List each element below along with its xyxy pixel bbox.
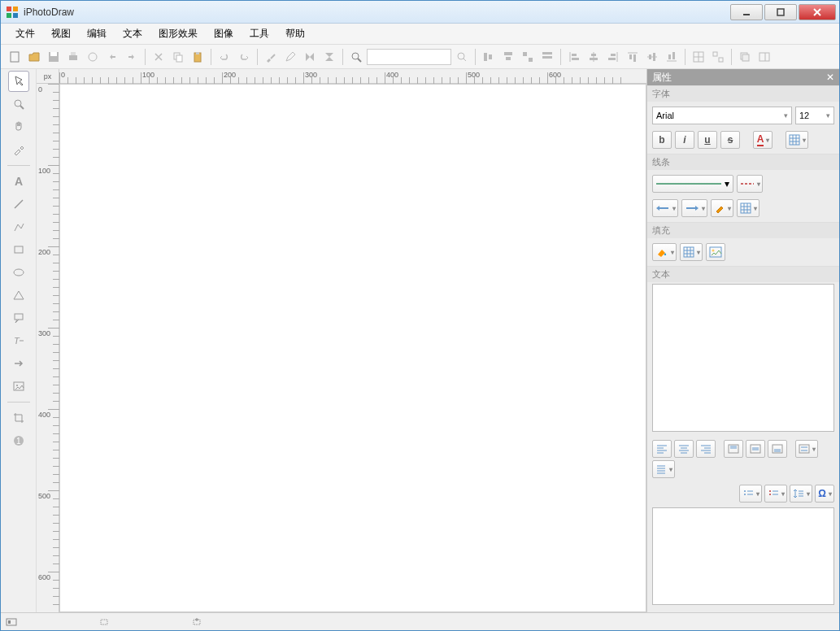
minimize-button[interactable]	[730, 4, 763, 20]
copy-button[interactable]	[169, 48, 187, 66]
triangle-tool[interactable]	[8, 285, 29, 306]
font-color-button[interactable]: A▾	[753, 131, 773, 149]
eyedropper-tool[interactable]	[8, 139, 29, 160]
text-valign-middle-button[interactable]	[746, 440, 765, 458]
cut-button[interactable]	[150, 48, 168, 66]
text-align-left-button[interactable]	[652, 440, 672, 458]
image-tool[interactable]	[8, 376, 29, 397]
align-1-button[interactable]	[480, 48, 498, 66]
list-style2-button[interactable]: ▾	[764, 485, 787, 503]
undo-button[interactable]	[103, 48, 121, 66]
number-tool[interactable]: 1	[8, 430, 29, 451]
font-size-value: 12	[799, 111, 809, 120]
align-3-button[interactable]	[519, 48, 537, 66]
ungroup-button[interactable]	[709, 48, 727, 66]
align-bottom-button[interactable]	[663, 48, 681, 66]
arrow-tool[interactable]	[8, 353, 29, 374]
align-left-button[interactable]	[565, 48, 583, 66]
callout-tool[interactable]	[8, 307, 29, 329]
fill-color-button[interactable]: ▾	[652, 243, 677, 261]
menu-view[interactable]: 视图	[43, 24, 79, 44]
align-4-button[interactable]	[538, 48, 556, 66]
menu-image[interactable]: 图像	[206, 24, 242, 44]
paste-button[interactable]	[189, 48, 207, 66]
align-right-button[interactable]	[604, 48, 622, 66]
flip-h-button[interactable]	[301, 48, 319, 66]
font-bg-button[interactable]: ▾	[786, 131, 808, 149]
svg-rect-10	[50, 52, 57, 56]
svg-rect-17	[196, 52, 199, 54]
maximize-button[interactable]	[764, 4, 797, 20]
menu-help[interactable]: 帮助	[277, 24, 313, 44]
text2-tool[interactable]: T	[8, 330, 29, 351]
menu-tools[interactable]: 工具	[242, 24, 277, 44]
hand-tool[interactable]	[8, 116, 29, 137]
open-button[interactable]	[25, 48, 43, 66]
text-valign-bottom-button[interactable]	[768, 440, 787, 458]
select-tool[interactable]	[8, 71, 29, 92]
text-tool[interactable]: A	[8, 171, 29, 192]
line-color-button[interactable]: ▾	[711, 199, 733, 217]
text-direction-button[interactable]: ▾	[652, 460, 675, 478]
line-spacing-button[interactable]: ▾	[790, 485, 812, 503]
menu-edit[interactable]: 编辑	[79, 24, 115, 44]
svg-rect-54	[742, 54, 749, 61]
properties-close-button[interactable]: ✕	[826, 72, 834, 83]
line-dash-button[interactable]: ▾	[737, 175, 763, 193]
svg-point-20	[458, 53, 464, 59]
flip-v-button[interactable]	[320, 48, 338, 66]
svg-rect-52	[719, 58, 723, 62]
rectangle-tool[interactable]	[8, 239, 29, 260]
close-button[interactable]	[799, 4, 836, 20]
export-button[interactable]	[84, 48, 102, 66]
svg-rect-5	[777, 9, 784, 15]
save-button[interactable]	[45, 48, 63, 66]
menu-file[interactable]: 文件	[7, 24, 43, 44]
align-middle-button[interactable]	[643, 48, 661, 66]
properties-toggle-button[interactable]	[755, 48, 773, 66]
strike-button[interactable]: s	[720, 131, 740, 149]
menu-shape-effect[interactable]: 图形效果	[150, 24, 206, 44]
arrow-end-button[interactable]: ▾	[681, 199, 707, 217]
text-content-box[interactable]	[652, 284, 834, 432]
fill-pattern-button[interactable]: ▾	[680, 243, 703, 261]
align-2-button[interactable]	[499, 48, 517, 66]
pencil-button[interactable]	[281, 48, 299, 66]
text-align-center-button[interactable]	[674, 440, 694, 458]
bold-button[interactable]: b	[652, 131, 672, 149]
line-tool[interactable]	[8, 194, 29, 215]
symbol-button[interactable]: Ω▾	[815, 485, 834, 503]
undo2-button[interactable]	[215, 48, 233, 66]
brush-button[interactable]	[262, 48, 280, 66]
italic-button[interactable]: i	[675, 131, 694, 149]
line-style-button[interactable]: ▾	[652, 175, 733, 193]
zoom-button[interactable]	[347, 48, 365, 66]
polyline-tool[interactable]	[8, 216, 29, 237]
list-style1-button[interactable]: ▾	[739, 485, 762, 503]
font-size-combo[interactable]: 12▾	[795, 107, 834, 124]
text-align-right-button[interactable]	[696, 440, 716, 458]
zoom-combo[interactable]	[367, 49, 451, 65]
canvas[interactable]	[59, 84, 646, 612]
ellipse-tool[interactable]	[8, 262, 29, 283]
print-button[interactable]	[64, 48, 82, 66]
underline-button[interactable]: u	[698, 131, 717, 149]
align-top-button[interactable]	[624, 48, 642, 66]
group-button[interactable]	[690, 48, 707, 66]
fill-image-button[interactable]	[706, 243, 725, 261]
crop-tool[interactable]	[8, 407, 29, 429]
svg-rect-8	[11, 52, 19, 62]
zoom-fit-button[interactable]	[453, 48, 471, 66]
font-family-combo[interactable]: Arial▾	[652, 107, 792, 124]
redo2-button[interactable]	[235, 48, 253, 66]
text-valign-top-button[interactable]	[724, 440, 743, 458]
text-wrap-button[interactable]: ▾	[795, 440, 818, 458]
new-button[interactable]	[6, 48, 24, 66]
zoom-tool[interactable]	[8, 94, 29, 115]
align-center-button[interactable]	[585, 48, 603, 66]
menu-text[interactable]: 文本	[115, 24, 150, 44]
redo-button[interactable]	[123, 48, 141, 66]
line-pattern-button[interactable]: ▾	[737, 199, 759, 217]
arrow-start-button[interactable]: ▾	[652, 199, 678, 217]
layers-button[interactable]	[736, 48, 754, 66]
